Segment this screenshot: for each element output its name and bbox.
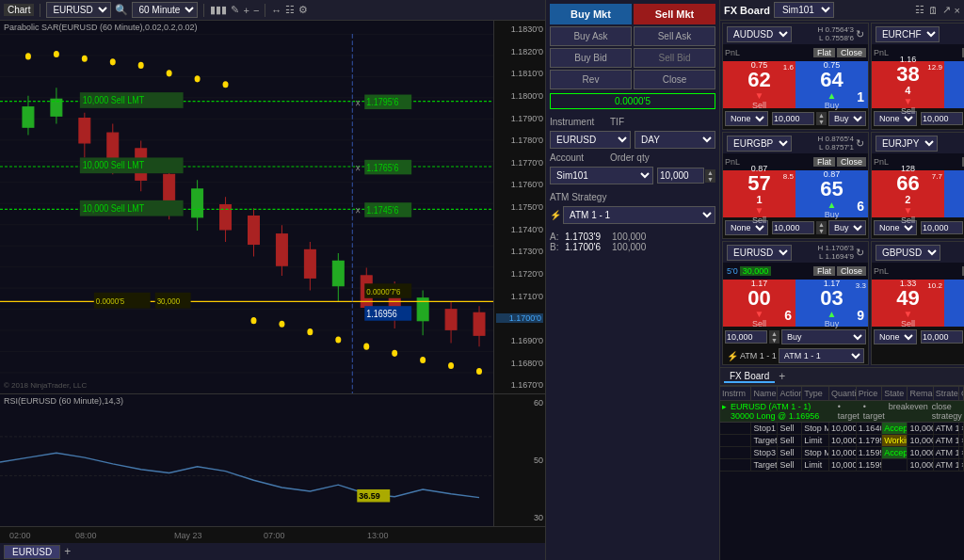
eurchf-symbol-select[interactable]: EURCHF [876, 26, 940, 42]
eurgbp-qty-down[interactable]: ▼ [816, 228, 827, 234]
eurusd-qty-up[interactable]: ▲ [769, 330, 779, 337]
order4-cancel[interactable]: × [959, 459, 964, 471]
eurchf-buy-side[interactable]: 1.16 51 3 ▲ Buy [944, 61, 964, 108]
eurgbp-sell-side[interactable]: 8.5 0.87 57 1 ▼ Sell [723, 170, 795, 217]
eurgbp-qty-input[interactable] [772, 221, 814, 234]
gbpusd-none-select[interactable]: None [874, 329, 917, 344]
svg-rect-1 [0, 34, 493, 393]
eurusd-qty-down[interactable]: ▼ [769, 337, 779, 344]
rev-button[interactable]: Rev [550, 70, 632, 89]
fx-toolbar-icon-1[interactable]: ☷ [915, 4, 924, 16]
eurusd-qty-input[interactable] [725, 330, 767, 344]
eurusd-sell-small: 6 [784, 308, 792, 323]
group-close-strategy[interactable]: close strategy [932, 402, 962, 421]
eurusd-atm-select[interactable]: ATM 1 - 1 [779, 348, 864, 363]
audusd-close-button[interactable]: Close [837, 48, 866, 57]
order3-cancel[interactable]: × [959, 447, 964, 458]
group-target2[interactable]: • target [863, 402, 885, 421]
eurusd-sell-side[interactable]: 1.17 00 6 ▼ Sell [723, 280, 795, 327]
pencil-icon[interactable]: ✎ [231, 4, 239, 16]
eurgbp-flat-button[interactable]: Flat [813, 157, 835, 167]
audusd-symbol-select[interactable]: AUDUSD [727, 26, 792, 42]
audusd-sell-badge: 1.6 [783, 63, 794, 72]
sell-ask-button[interactable]: Sell Ask [634, 26, 715, 46]
symbol-dropdown[interactable]: EURUSD [46, 2, 111, 18]
qty-up-button[interactable]: ▲ [705, 169, 715, 176]
svg-text:36.59: 36.59 [359, 491, 380, 501]
group-target1[interactable]: • target [838, 402, 860, 421]
sell-bid-button[interactable]: Sell Bid [634, 48, 715, 68]
instrument-select[interactable]: EURUSD [550, 131, 631, 149]
add-instrument-tab[interactable]: + [64, 545, 71, 558]
audusd-qty-down[interactable]: ▼ [816, 119, 827, 125]
group-expand-icon[interactable]: ▸ [722, 402, 727, 421]
qty-down-button[interactable]: ▼ [705, 176, 715, 183]
fx-account-select[interactable]: Sim101 [774, 2, 834, 18]
eurjpy-qty-input[interactable] [921, 221, 963, 234]
order2-cancel[interactable]: × [959, 435, 964, 446]
chart-tab[interactable]: Chart [4, 4, 34, 16]
search-icon[interactable]: 🔍 [115, 4, 128, 16]
fx-card-eurusd: EURUSD H 1.1706'3L 1.1694'9 ↻ 5'0 30,000… [722, 241, 869, 365]
audusd-refresh-icon[interactable]: ↻ [856, 28, 864, 40]
zoom-in-icon[interactable]: + [243, 5, 249, 16]
eurgbp-buy-select[interactable]: Buy [828, 220, 866, 235]
fx-toolbar-icon-3[interactable]: ↗ [942, 4, 951, 16]
gbpusd-qty-input[interactable] [921, 330, 963, 344]
cursor-icon[interactable]: ↔ [271, 5, 281, 16]
gbpusd-symbol-select[interactable]: GBPUSD [876, 245, 940, 261]
audusd-qty-up[interactable]: ▲ [816, 112, 827, 119]
eurjpy-buy-side[interactable]: 128 73 9 ▲ Buy [944, 170, 964, 217]
eurusd-close-button[interactable]: Close [837, 266, 866, 276]
eurgbp-buy-side[interactable]: 0.87 65 6 ▲ Buy [795, 170, 868, 217]
fx-toolbar-close-icon[interactable]: × [955, 5, 960, 16]
buy-mkt-button[interactable]: Buy Mkt [550, 4, 632, 24]
order-qty-input[interactable] [657, 168, 704, 184]
order3-name: Stop3 [751, 447, 778, 458]
audusd-flat-button[interactable]: Flat [813, 48, 835, 57]
order1-cancel[interactable]: × [959, 423, 964, 434]
audusd-qty-input[interactable] [772, 112, 814, 125]
fx-toolbar-icon-2[interactable]: 🗓 [928, 5, 939, 16]
eurjpy-symbol-select[interactable]: EURJPY [876, 136, 938, 152]
gbpusd-sell-side[interactable]: 10.2 1.33 49 ▼ Sell [872, 280, 944, 327]
tif-select[interactable]: DAY [635, 131, 715, 149]
grid-icon[interactable]: ☷ [285, 4, 295, 16]
account-select[interactable]: Sim101 [550, 167, 653, 184]
svg-text:1.1745'6: 1.1745'6 [366, 204, 399, 216]
eurjpy-sell-side[interactable]: 7.7 128 66 2 ▼ Sell [872, 170, 944, 217]
eurusd-buy-side[interactable]: 3.3 1.17 03 9 ▲ Buy [795, 280, 868, 327]
atm-values: A: 1.1703'9 100,000 B: 1.1700'6 100,000 [546, 228, 719, 256]
sell-mkt-button[interactable]: Sell Mkt [634, 4, 715, 24]
fx-board-tab[interactable]: FX Board [724, 371, 775, 383]
close-button[interactable]: Close [634, 70, 715, 89]
eurgbp-symbol-select[interactable]: EURGBP [727, 136, 792, 152]
eurchf-sell-side[interactable]: 12.9 1.16 38 4 ▼ Sell [872, 61, 944, 108]
svg-point-17 [448, 362, 454, 369]
instrument-tab-eurusd[interactable]: EURUSD [4, 545, 60, 559]
eurchf-qty-input[interactable] [921, 112, 963, 125]
zoom-out-icon[interactable]: − [253, 5, 259, 16]
settings-icon[interactable]: ⚙ [298, 4, 308, 16]
eurgbp-refresh-icon[interactable]: ↻ [856, 137, 864, 150]
eurusd-refresh-icon[interactable]: ↻ [856, 247, 864, 259]
buy-ask-button[interactable]: Buy Ask [550, 26, 632, 46]
audusd-buy-side[interactable]: 0.75 64 1 ▲ Buy [795, 61, 868, 108]
eurusd-buy-select[interactable]: Buy [781, 329, 866, 344]
eurgbp-qty-up[interactable]: ▲ [816, 221, 827, 228]
audusd-sell-side[interactable]: 1.6 0.75 62 ▼ Sell [723, 61, 795, 108]
eurusd-symbol-select[interactable]: EURUSD [727, 245, 792, 261]
bar-chart-icon[interactable]: ▮▮▮ [210, 4, 227, 16]
fx-tab-add[interactable]: + [779, 370, 785, 383]
eurusd-flat-button[interactable]: Flat [813, 266, 835, 276]
gbpusd-buy-side[interactable]: 1.33 59 2 ▲ Buy [944, 280, 964, 327]
buy-bid-button[interactable]: Buy Bid [550, 48, 632, 68]
group-breakeven[interactable]: breakeven [889, 402, 928, 421]
timeframe-dropdown[interactable]: 60 Minute [132, 2, 198, 18]
audusd-none-select[interactable]: None [725, 111, 768, 126]
audusd-buy-select[interactable]: Buy [828, 111, 866, 126]
eurgbp-sell-small: 1 [756, 194, 762, 205]
svg-text:30,000: 30,000 [157, 296, 180, 306]
atm-select[interactable]: ATM 1 - 1 [563, 206, 715, 224]
eurgbp-close-button[interactable]: Close [837, 157, 866, 167]
